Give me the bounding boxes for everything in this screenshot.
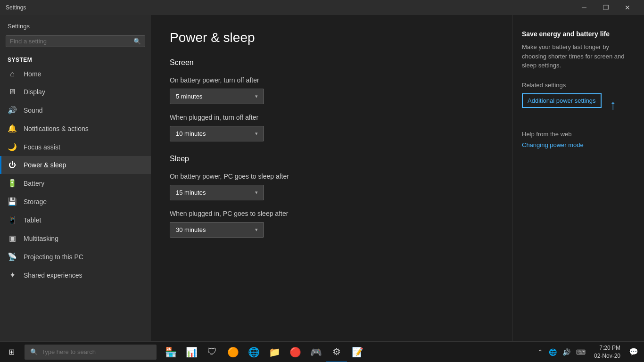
screen-section-title: Screen: [170, 58, 493, 67]
home-icon: ⌂: [8, 70, 17, 78]
sidebar-item-shared-exp[interactable]: ✦ Shared experiences: [0, 266, 151, 284]
taskbar-search-icon: 🔍: [30, 348, 38, 355]
screen-battery-value: 5 minutes: [176, 93, 202, 100]
page-title: Power & sleep: [170, 30, 493, 45]
title-bar: Settings ─ ❐ ✕: [0, 0, 644, 15]
sidebar-item-notifications[interactable]: 🔔 Notifications & actions: [0, 119, 151, 138]
search-icon: 🔍: [133, 38, 141, 45]
sidebar-item-label: Display: [24, 88, 45, 96]
sidebar-item-power-sleep[interactable]: ⏻ Power & sleep: [0, 156, 151, 174]
sidebar-item-label: Battery: [24, 180, 44, 187]
main-content: Power & sleep Screen On battery power, t…: [151, 15, 512, 341]
sound-icon: 🔊: [8, 106, 17, 115]
keyboard-icon[interactable]: ⌨: [574, 347, 587, 357]
right-panel: Save energy and battery life Make your b…: [512, 15, 644, 341]
search-box[interactable]: 🔍: [6, 35, 145, 47]
tablet-icon: 📱: [8, 215, 17, 224]
screen-battery-label: On battery power, turn off after: [170, 76, 493, 84]
multitasking-icon: ▣: [8, 234, 17, 243]
sidebar-item-multitasking[interactable]: ▣ Multitasking: [0, 229, 151, 247]
right-panel-title: Save energy and battery life: [522, 30, 635, 38]
sidebar-item-display[interactable]: 🖥 Display: [0, 83, 151, 101]
taskbar-apps: 🏪 📊 🛡 🟠 🌐 📁 🔴 🎮 ⚙ 📝: [160, 342, 368, 362]
chevron-down-icon-2: ▾: [255, 131, 258, 137]
sidebar-item-battery[interactable]: 🔋 Battery: [0, 174, 151, 192]
taskbar-sys-icons: ⌃ 🌐 🔊 ⌨: [536, 347, 587, 357]
projecting-icon: 📡: [8, 252, 17, 261]
taskbar-app-store[interactable]: 🏪: [160, 342, 181, 362]
sidebar-item-label: Power & sleep: [24, 161, 66, 169]
volume-icon[interactable]: 🔊: [561, 347, 572, 357]
changing-power-mode-link[interactable]: Changing power mode: [522, 141, 635, 148]
search-input[interactable]: [10, 38, 133, 45]
notifications-icon: 🔔: [8, 124, 17, 133]
screen-plugged-label: When plugged in, turn off after: [170, 114, 493, 121]
chevron-down-icon: ▾: [255, 93, 258, 99]
sleep-battery-dropdown[interactable]: 15 minutes ▾: [170, 185, 264, 200]
taskbar-app-shield[interactable]: 🛡: [202, 342, 223, 362]
sidebar-item-home[interactable]: ⌂ Home: [0, 65, 151, 83]
display-icon: 🖥: [8, 88, 17, 96]
chevron-down-icon-4: ▾: [255, 227, 258, 233]
screen-plugged-dropdown[interactable]: 10 minutes ▾: [170, 126, 264, 141]
taskbar-search-box[interactable]: 🔍: [25, 345, 157, 360]
related-settings-label: Related settings: [522, 82, 635, 89]
restore-button[interactable]: ❐: [595, 0, 617, 15]
sidebar-item-label: Projecting to this PC: [24, 253, 83, 261]
power-icon: ⏻: [8, 161, 17, 169]
right-panel-desc: Make your battery last longer by choosin…: [522, 42, 635, 70]
clock-time: 7:20 PM: [594, 344, 620, 352]
taskbar-app-folder[interactable]: 📁: [264, 342, 285, 362]
shared-icon: ✦: [8, 271, 17, 280]
additional-power-settings-link[interactable]: Additional power settings: [522, 93, 602, 108]
chevron-down-icon-3: ▾: [255, 189, 258, 196]
start-button[interactable]: ⊞: [0, 342, 23, 362]
taskbar-app-opera[interactable]: 🔴: [285, 342, 305, 362]
storage-icon: 💾: [8, 197, 17, 206]
clock-date: 02-Nov-20: [594, 352, 620, 360]
taskbar-app-word[interactable]: 📝: [347, 342, 368, 362]
taskbar-app-chrome[interactable]: 🌐: [243, 342, 264, 362]
sleep-plugged-label: When plugged in, PC goes to sleep after: [170, 210, 493, 217]
notification-center-icon[interactable]: 💬: [627, 346, 640, 358]
screen-battery-dropdown[interactable]: 5 minutes ▾: [170, 89, 264, 104]
taskbar-time[interactable]: 7:20 PM 02-Nov-20: [591, 342, 623, 362]
app-title: Settings: [6, 4, 26, 11]
app-body: Settings 🔍 System ⌂ Home 🖥 Display 🔊 Sou…: [0, 15, 644, 341]
minimize-button[interactable]: ─: [573, 0, 595, 15]
sidebar-app-title: Settings: [0, 15, 151, 33]
sidebar-item-label: Storage: [24, 198, 47, 206]
arrow-up-icon: ↑: [610, 98, 617, 113]
sidebar-item-label: Shared experiences: [24, 272, 83, 279]
sleep-battery-label: On battery power, PC goes to sleep after: [170, 173, 493, 180]
related-link-text: Additional power settings: [528, 97, 596, 104]
help-label: Help from the web: [522, 131, 635, 138]
sidebar-item-storage[interactable]: 💾 Storage: [0, 192, 151, 211]
screen-plugged-value: 10 minutes: [176, 130, 206, 137]
close-button[interactable]: ✕: [617, 0, 638, 15]
sidebar-item-focus-assist[interactable]: 🌙 Focus assist: [0, 138, 151, 156]
sidebar-section-label: System: [0, 53, 151, 65]
taskbar-app-game[interactable]: 🎮: [305, 342, 326, 362]
sleep-plugged-dropdown[interactable]: 30 minutes ▾: [170, 222, 264, 238]
sidebar-item-projecting[interactable]: 📡 Projecting to this PC: [0, 247, 151, 266]
sleep-section-title: Sleep: [170, 155, 493, 163]
chevron-up-icon[interactable]: ⌃: [536, 347, 545, 357]
sidebar-item-label: Multitasking: [24, 235, 58, 242]
sidebar-item-label: Tablet: [24, 216, 41, 224]
taskbar-app-gear[interactable]: ⚙: [326, 342, 347, 362]
sidebar-item-label: Sound: [24, 107, 42, 114]
sidebar-item-label: Focus assist: [24, 143, 60, 151]
sidebar-item-tablet[interactable]: 📱 Tablet: [0, 211, 151, 229]
taskbar-right: ⌃ 🌐 🔊 ⌨ 7:20 PM 02-Nov-20 💬: [532, 342, 644, 362]
taskbar-app-excel[interactable]: 📊: [181, 342, 202, 362]
taskbar: ⊞ 🔍 🏪 📊 🛡 🟠 🌐 📁 🔴 🎮 ⚙ 📝 ⌃ 🌐 🔊 ⌨ 7:20 PM …: [0, 341, 644, 362]
taskbar-search-input[interactable]: [41, 348, 151, 355]
sleep-plugged-value: 30 minutes: [176, 226, 206, 233]
focus-icon: 🌙: [8, 142, 17, 151]
sidebar: Settings 🔍 System ⌂ Home 🖥 Display 🔊 Sou…: [0, 15, 151, 341]
window-controls: ─ ❐ ✕: [573, 0, 638, 15]
sidebar-item-sound[interactable]: 🔊 Sound: [0, 101, 151, 119]
taskbar-app-ball[interactable]: 🟠: [223, 342, 243, 362]
network-icon[interactable]: 🌐: [547, 347, 559, 357]
